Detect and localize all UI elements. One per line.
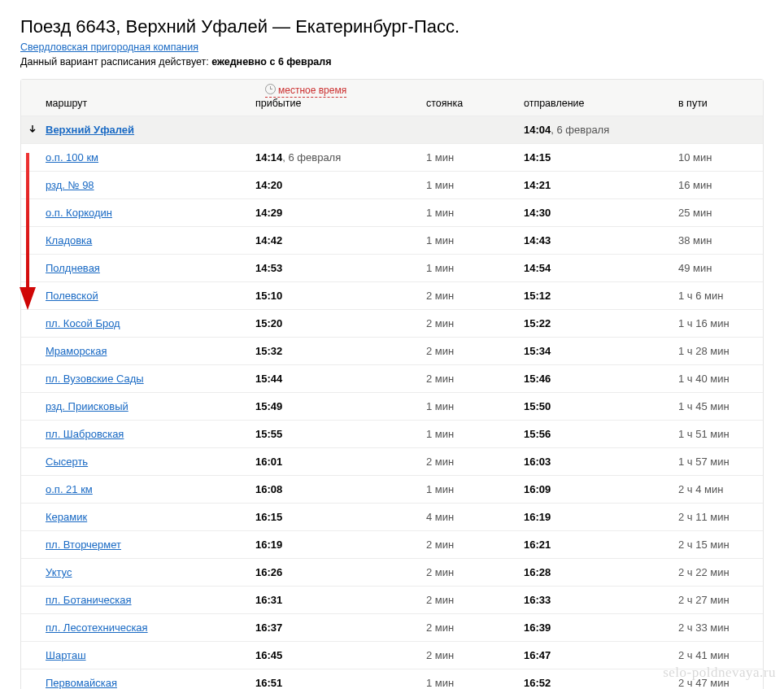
table-row: пл. Вузовские Сады15:442 мин15:461 ч 40 … — [21, 365, 763, 393]
travel-cell: 1 ч 6 мин — [672, 282, 763, 310]
stop-cell: 1 мин — [420, 227, 517, 255]
stop-cell: 2 мин — [420, 282, 517, 310]
arrival-cell: 16:15 — [249, 504, 420, 531]
table-row: рзд. Приисковый15:491 мин15:501 ч 45 мин — [21, 393, 763, 421]
stop-cell: 1 мин — [420, 476, 517, 504]
table-row: Кладовка14:421 мин14:4338 мин — [21, 227, 763, 255]
departure-cell: 14:15 — [517, 144, 672, 172]
stop-cell: 4 мин — [420, 504, 517, 531]
table-header-row: маршрут прибытие стоянка отправление в п… — [21, 80, 763, 116]
note-bold: ежедневно с 6 февраля — [211, 56, 331, 68]
station-link[interactable]: о.п. Коркодин — [46, 207, 112, 219]
station-link[interactable]: пл. Вторчермет — [46, 539, 121, 551]
arrival-cell: 16:51 — [249, 669, 420, 690]
arrival-cell: 16:19 — [249, 531, 420, 559]
table-row: о.п. 21 км16:081 мин16:092 ч 4 мин — [21, 476, 763, 504]
travel-cell: 2 ч 11 мин — [672, 504, 763, 531]
departure-cell: 14:21 — [517, 172, 672, 199]
arrival-cell: 15:49 — [249, 393, 420, 421]
departure-cell: 16:28 — [517, 559, 672, 587]
stop-cell: 1 мин — [420, 199, 517, 227]
local-time-toggle[interactable]: местное время — [265, 83, 346, 98]
station-link[interactable]: о.п. 21 км — [46, 483, 93, 495]
departure-cell: 14:43 — [517, 227, 672, 255]
stop-cell: 2 мин — [420, 587, 517, 614]
travel-cell: 10 мин — [672, 144, 763, 172]
arrival-cell: 14:53 — [249, 255, 420, 282]
schedule-table-wrap: местное время маршрут прибытие стоянка о… — [20, 79, 764, 689]
stop-cell: 1 мин — [420, 669, 517, 690]
departure-cell: 15:34 — [517, 338, 672, 365]
departure-cell: 15:46 — [517, 365, 672, 393]
start-arrow-icon — [28, 124, 37, 134]
station-link[interactable]: Керамик — [46, 511, 87, 523]
arrival-cell: 16:31 — [249, 587, 420, 614]
company-link[interactable]: Свердловская пригородная компания — [20, 41, 198, 53]
table-row: Сысерть16:012 мин16:031 ч 57 мин — [21, 448, 763, 476]
station-link[interactable]: Мраморская — [46, 345, 107, 357]
travel-cell: 16 мин — [672, 172, 763, 199]
col-route: маршрут — [21, 80, 249, 116]
arrival-cell: 16:01 — [249, 448, 420, 476]
stop-cell: 2 мин — [420, 310, 517, 338]
table-row: Уктус16:262 мин16:282 ч 22 мин — [21, 559, 763, 587]
arrival-cell: 15:44 — [249, 365, 420, 393]
stop-cell: 2 мин — [420, 642, 517, 669]
station-link[interactable]: пл. Шабровская — [46, 428, 124, 440]
station-link[interactable]: пл. Вузовские Сады — [46, 373, 144, 385]
arrival-cell: 15:20 — [249, 310, 420, 338]
station-link[interactable]: Полдневая — [46, 262, 100, 274]
table-row: пл. Косой Брод15:202 мин15:221 ч 16 мин — [21, 310, 763, 338]
station-link[interactable]: рзд. Приисковый — [46, 400, 128, 412]
local-time-label: местное время — [278, 85, 346, 96]
travel-cell: 1 ч 45 мин — [672, 393, 763, 421]
station-link[interactable]: Полевской — [46, 290, 98, 302]
stop-cell: 1 мин — [420, 393, 517, 421]
table-row: о.п. 100 км14:14, 6 февраля1 мин14:1510 … — [21, 144, 763, 172]
stop-cell: 2 мин — [420, 531, 517, 559]
station-link[interactable]: Кладовка — [46, 234, 92, 246]
station-link[interactable]: о.п. 100 км — [46, 151, 98, 164]
stop-cell: 2 мин — [420, 448, 517, 476]
stop-cell — [420, 116, 517, 144]
station-link[interactable]: Верхний Уфалей — [46, 124, 134, 136]
table-row: пл. Шабровская15:551 мин15:561 ч 51 мин — [21, 421, 763, 448]
station-link[interactable]: Сысерть — [46, 456, 88, 468]
table-row: Мраморская15:322 мин15:341 ч 28 мин — [21, 338, 763, 365]
departure-cell: 16:19 — [517, 504, 672, 531]
travel-cell: 25 мин — [672, 199, 763, 227]
stop-cell: 1 мин — [420, 421, 517, 448]
arrival-cell — [249, 116, 420, 144]
station-link[interactable]: Первомайская — [46, 677, 117, 689]
travel-cell: 38 мин — [672, 227, 763, 255]
table-row: рзд. № 9814:201 мин14:2116 мин — [21, 172, 763, 199]
travel-cell: 2 ч 27 мин — [672, 587, 763, 614]
station-link[interactable]: пл. Лесотехническая — [46, 621, 148, 634]
table-row: Полдневая14:531 мин14:5449 мин — [21, 255, 763, 282]
col-departure: отправление — [517, 80, 672, 116]
station-link[interactable]: пл. Ботаническая — [46, 594, 132, 606]
schedule-note: Данный вариант расписания действует: еже… — [20, 56, 764, 68]
departure-cell: 14:54 — [517, 255, 672, 282]
arrival-cell: 16:37 — [249, 614, 420, 642]
departure-cell: 14:30 — [517, 199, 672, 227]
departure-cell: 16:39 — [517, 614, 672, 642]
travel-cell: 2 ч 33 мин — [672, 614, 763, 642]
stop-cell: 2 мин — [420, 365, 517, 393]
arrival-cell: 15:55 — [249, 421, 420, 448]
station-link[interactable]: Шарташ — [46, 649, 86, 661]
station-link[interactable]: рзд. № 98 — [46, 179, 94, 191]
departure-cell: 15:56 — [517, 421, 672, 448]
col-stop: стоянка — [420, 80, 517, 116]
table-row: о.п. Коркодин14:291 мин14:3025 мин — [21, 199, 763, 227]
travel-cell: 1 ч 51 мин — [672, 421, 763, 448]
stop-cell: 2 мин — [420, 338, 517, 365]
stop-cell: 1 мин — [420, 144, 517, 172]
station-link[interactable]: пл. Косой Брод — [46, 317, 120, 329]
table-row: пл. Вторчермет16:192 мин16:212 ч 15 мин — [21, 531, 763, 559]
stop-cell: 1 мин — [420, 172, 517, 199]
departure-cell: 16:47 — [517, 642, 672, 669]
station-link[interactable]: Уктус — [46, 566, 72, 578]
stop-cell: 1 мин — [420, 255, 517, 282]
arrival-cell: 14:29 — [249, 199, 420, 227]
